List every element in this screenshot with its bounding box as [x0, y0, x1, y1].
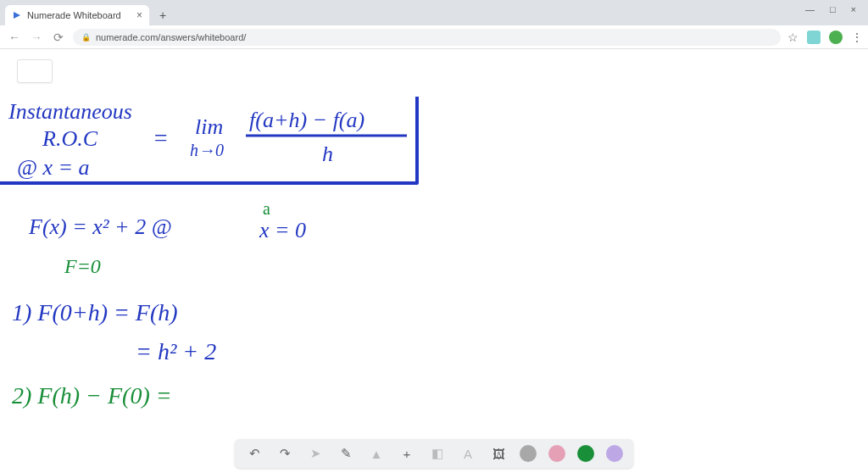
more-menu-icon[interactable]: ⋮ — [851, 31, 861, 44]
whiteboard-toolbar: ↶ ↷ ➤ ✎ ▲ + ◧ A 🖼 — [235, 439, 633, 468]
color-green[interactable] — [577, 445, 594, 462]
reload-button[interactable]: ⟳ — [51, 30, 66, 45]
hw-frac-bot: h — [322, 142, 333, 166]
hw-frac-top: f(a+h) − f(a) — [249, 108, 364, 132]
url-input[interactable]: 🔒 numerade.com/answers/whiteboard/ — [73, 29, 781, 46]
hw-fxdef: F(x) = x² + 2 @ — [28, 214, 172, 239]
tab-bar: Numerade Whiteboard × + — [0, 0, 868, 25]
hw-hto0: h→0 — [190, 141, 224, 159]
hw-lim: lim — [195, 114, 223, 139]
color-pink[interactable] — [548, 445, 565, 462]
hw-x0: x = 0 — [259, 218, 306, 242]
pointer-tool[interactable]: ➤ — [306, 444, 325, 463]
handwriting-layer: Instantaneous R.O.C @ x = a = lim h→0 f(… — [0, 49, 868, 473]
tab-title: Numerade Whiteboard — [27, 10, 131, 20]
tab-favicon-icon — [12, 10, 22, 20]
lock-icon: 🔒 — [81, 33, 91, 42]
hw-step1b: = h² + 2 — [136, 338, 216, 364]
forward-button[interactable]: → — [29, 30, 44, 45]
new-tab-button[interactable]: + — [153, 5, 173, 25]
hw-a-label: a — [263, 199, 270, 218]
hw-equals1: = — [153, 125, 169, 151]
hw-feq0: F=0 — [64, 255, 101, 277]
back-button[interactable]: ← — [7, 30, 22, 45]
color-purple[interactable] — [606, 445, 623, 462]
hw-roc: R.O.C — [42, 126, 98, 151]
extension-icon[interactable] — [807, 31, 821, 44]
bookmark-icon[interactable]: ☆ — [787, 31, 798, 44]
color-gray[interactable] — [520, 445, 537, 462]
address-bar: ← → ⟳ 🔒 numerade.com/answers/whiteboard/… — [0, 25, 868, 49]
tab-close-icon[interactable]: × — [136, 9, 142, 21]
text-tool[interactable]: A — [459, 444, 477, 463]
pen-tool[interactable]: ✎ — [337, 444, 355, 463]
shapes-tool[interactable]: ▲ — [367, 444, 386, 463]
undo-button[interactable]: ↶ — [245, 444, 264, 463]
close-window-button[interactable]: × — [851, 4, 856, 14]
tab-numerade[interactable]: Numerade Whiteboard × — [5, 5, 149, 25]
whiteboard-canvas[interactable]: Instantaneous R.O.C @ x = a = lim h→0 f(… — [0, 49, 868, 473]
hw-instantaneous: Instantaneous — [8, 99, 132, 124]
profile-icon[interactable] — [829, 31, 843, 44]
url-text: numerade.com/answers/whiteboard/ — [96, 32, 246, 42]
image-tool[interactable]: 🖼 — [489, 444, 508, 463]
svg-marker-0 — [14, 12, 20, 19]
maximize-button[interactable]: □ — [830, 4, 836, 14]
add-tool[interactable]: + — [398, 444, 416, 463]
hw-step2: 2) F(h) − F(0) = — [12, 382, 172, 409]
minimize-button[interactable]: — — [805, 4, 815, 14]
eraser-tool[interactable]: ◧ — [428, 444, 447, 463]
hw-step1: 1) F(0+h) = F(h) — [12, 299, 178, 326]
hw-xa: @ x = a — [17, 155, 90, 180]
redo-button[interactable]: ↷ — [275, 444, 294, 463]
